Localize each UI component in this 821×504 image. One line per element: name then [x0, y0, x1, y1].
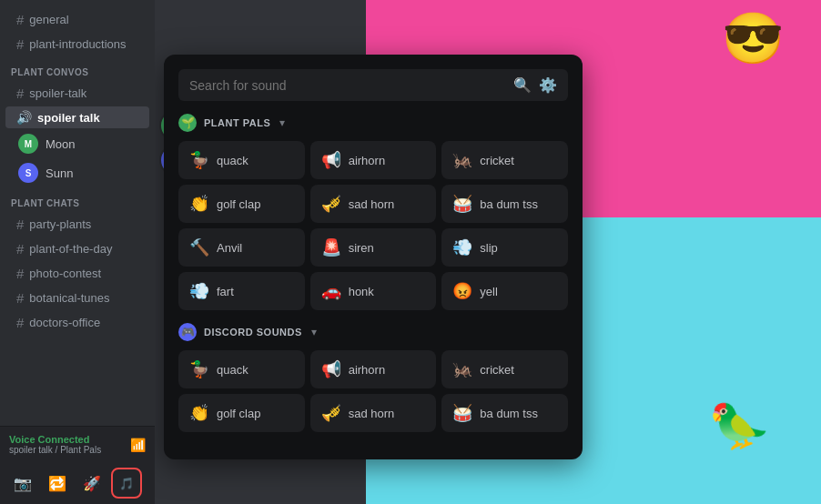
camera-button[interactable]: 📷: [7, 468, 38, 499]
sound-emoji: 🥁: [452, 403, 472, 423]
sidebar-item-party-plants[interactable]: # party-plants: [5, 213, 149, 236]
hash-icon: #: [16, 217, 24, 232]
hash-icon: #: [16, 12, 24, 27]
sound-btn-plant-golf-clap[interactable]: 👏golf clap: [178, 185, 305, 223]
sound-emoji: 🎺: [321, 403, 341, 423]
sound-btn-discord-cricket[interactable]: 🦗cricket: [441, 350, 568, 388]
sound-emoji: 🔨: [189, 237, 209, 257]
sound-btn-plant-ba-dum-tss[interactable]: 🥁ba dum tss: [441, 185, 568, 223]
chevron-down-icon-discord[interactable]: ▾: [311, 326, 317, 338]
voice-connected-panel: Voice Connected spoiler talk / Plant Pal…: [0, 426, 155, 462]
sound-btn-plant-sad-horn[interactable]: 🎺sad horn: [310, 185, 437, 223]
sidebar-item-spoiler-talk-voice[interactable]: 🔊 spoiler talk: [5, 106, 149, 128]
activity-button[interactable]: 🚀: [76, 468, 107, 499]
sound-btn-discord-ba-dum-tss[interactable]: 🥁ba dum tss: [441, 394, 568, 432]
sound-emoji: 🦗: [452, 359, 472, 379]
sidebar-item-botanical-tunes[interactable]: # botanical-tunes: [5, 287, 149, 309]
sound-emoji: 👏: [189, 194, 209, 214]
sound-panel: 🔍 ⚙️ 🌱 PLANT PALS ▾ 🦆quack📢airhorn🦗crick…: [164, 55, 583, 459]
hash-icon: #: [16, 36, 24, 52]
sidebar-user-moon[interactable]: M Moon: [5, 130, 149, 157]
sidebar: # general # plant-introductions PLANT CO…: [0, 0, 155, 504]
hash-icon: #: [16, 241, 24, 257]
sound-btn-plant-fart[interactable]: 💨fart: [178, 272, 305, 310]
sound-emoji: 📢: [321, 359, 341, 379]
section-plant-convos: PLANT CONVOS: [0, 56, 155, 81]
section-plant-pals-title: PLANT PALS: [204, 117, 270, 128]
sound-btn-discord-airhorn[interactable]: 📢airhorn: [310, 350, 437, 388]
sound-emoji: 🦗: [452, 150, 472, 170]
sound-btn-discord-sad-horn[interactable]: 🎺sad horn: [310, 394, 437, 432]
sound-emoji: 🥁: [452, 194, 472, 214]
sound-emoji: 💨: [189, 281, 209, 301]
sound-btn-plant-yell[interactable]: 😡yell: [441, 272, 568, 310]
share-button[interactable]: 🔁: [42, 468, 73, 499]
signal-icon: 📶: [130, 438, 146, 452]
sound-btn-plant-airhorn[interactable]: 📢airhorn: [310, 141, 437, 179]
voice-channel-name: spoiler talk / Plant Pals: [9, 445, 101, 455]
sidebar-item-spoiler-talk[interactable]: # spoiler-talk: [5, 82, 149, 105]
sound-btn-plant-honk[interactable]: 🚗honk: [310, 272, 437, 310]
sound-btn-plant-quack[interactable]: 🦆quack: [178, 141, 305, 179]
bottom-bar: 📷 🔁 🚀 🎵: [0, 462, 155, 504]
search-input[interactable]: [189, 78, 506, 93]
sound-emoji: 😡: [452, 281, 472, 301]
section-discord-header: 🎮 DISCORD SOUNDS ▾: [178, 323, 568, 341]
sidebar-item-doctors-office[interactable]: # doctors-office: [5, 311, 149, 334]
search-icon: 🔍: [513, 76, 532, 94]
sound-emoji: 🦆: [189, 150, 209, 170]
search-bar: 🔍 ⚙️: [178, 69, 568, 101]
chevron-down-icon[interactable]: ▾: [279, 116, 285, 129]
main-area: 😎 🦜 🔍 ⚙️ 🌱 PLANT PALS ▾ 🦆quack📢airhorn🦗c…: [155, 0, 821, 504]
sidebar-item-general[interactable]: # general: [5, 8, 149, 31]
voice-connected-label: Voice Connected: [9, 434, 101, 445]
sidebar-item-plant-of-the-day[interactable]: # plant-of-the-day: [5, 237, 149, 260]
discord-icon: 🎮: [178, 323, 197, 341]
sound-btn-plant-siren[interactable]: 🚨siren: [310, 228, 437, 267]
gear-icon[interactable]: ⚙️: [539, 76, 557, 94]
sound-emoji: 🎺: [321, 194, 341, 214]
sound-btn-discord-golf-clap[interactable]: 👏golf clap: [178, 394, 305, 432]
hash-icon: #: [16, 86, 24, 101]
sound-emoji: 💨: [452, 237, 472, 257]
sound-emoji: 🚨: [321, 237, 341, 257]
sound-emoji: 👏: [189, 403, 209, 423]
hash-icon: #: [16, 290, 24, 306]
avatar: M: [18, 134, 38, 154]
hash-icon: #: [16, 266, 24, 281]
sound-emoji: 🦆: [189, 359, 209, 379]
sound-btn-plant-Anvil[interactable]: 🔨Anvil: [178, 228, 305, 267]
section-plant-pals-header: 🌱 PLANT PALS ▾: [178, 114, 568, 132]
sound-btn-plant-slip[interactable]: 💨slip: [441, 228, 568, 267]
plant-pals-icon: 🌱: [178, 114, 197, 132]
section-discord-title: DISCORD SOUNDS: [204, 327, 302, 338]
sidebar-user-sunn[interactable]: S Sunn: [5, 159, 149, 186]
sound-btn-discord-quack[interactable]: 🦆quack: [178, 350, 305, 388]
sound-btn-plant-cricket[interactable]: 🦗cricket: [441, 141, 568, 179]
deco-emoji-sunglasses: 😎: [722, 9, 785, 68]
sound-emoji: 📢: [321, 150, 341, 170]
hash-icon: #: [16, 315, 24, 330]
sound-emoji: 🚗: [321, 281, 341, 301]
sidebar-item-plant-introductions[interactable]: # plant-introductions: [5, 33, 149, 55]
section-plant-chats: PLANT CHATS: [0, 187, 155, 212]
speaker-icon: 🔊: [16, 110, 32, 125]
soundboard-button[interactable]: 🎵: [111, 468, 142, 499]
avatar: S: [18, 163, 38, 183]
plant-pals-sounds-grid: 🦆quack📢airhorn🦗cricket👏golf clap🎺sad hor…: [178, 141, 568, 310]
discord-sounds-grid: 🦆quack📢airhorn🦗cricket👏golf clap🎺sad hor…: [178, 350, 568, 432]
sidebar-item-photo-contest[interactable]: # photo-contest: [5, 262, 149, 285]
